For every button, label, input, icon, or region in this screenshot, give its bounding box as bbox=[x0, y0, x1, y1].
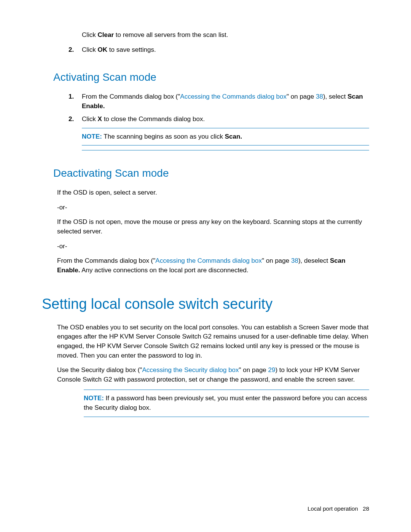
footer-page-number: 28 bbox=[363, 505, 369, 512]
footer-section: Local port operation bbox=[307, 505, 358, 512]
link-text[interactable]: Accessing the Commands dialog box bbox=[155, 257, 262, 264]
text: If a password has been previously set, y… bbox=[84, 395, 367, 411]
paragraph: If the OSD is not open, move the mouse o… bbox=[57, 217, 369, 236]
link-text[interactable]: Accessing the Security dialog box bbox=[142, 366, 239, 374]
note-box: NOTE: The scanning begins as soon as you… bbox=[82, 128, 369, 146]
list-number: 2. bbox=[68, 115, 74, 124]
divider bbox=[82, 150, 369, 150]
heading-security: Setting local console switch security bbox=[42, 294, 369, 315]
paragraph: From the Commands dialog box ("Accessing… bbox=[57, 256, 369, 275]
paragraph: The OSD enables you to set security on t… bbox=[57, 323, 369, 361]
heading-activating: Activating Scan mode bbox=[53, 70, 369, 85]
text: Click bbox=[82, 31, 98, 38]
text: to save settings. bbox=[107, 46, 156, 53]
text: From the Commands dialog box (" bbox=[82, 93, 180, 100]
note-label: NOTE: bbox=[82, 133, 102, 140]
link-page[interactable]: 38 bbox=[291, 257, 298, 264]
note-box: NOTE: If a password has been previously … bbox=[84, 390, 369, 417]
list-number: 2. bbox=[68, 45, 74, 55]
text: From the Commands dialog box (" bbox=[57, 257, 155, 264]
text: " on page bbox=[239, 366, 268, 374]
paragraph: Use the Security dialog box ("Accessing … bbox=[57, 366, 369, 384]
note-label: NOTE: bbox=[84, 395, 104, 402]
text: to close the Commands dialog box. bbox=[102, 115, 205, 123]
document-page: Click Clear to remove all servers from t… bbox=[0, 0, 411, 435]
bold-text: Clear bbox=[98, 31, 114, 38]
bold-text: Scan. bbox=[225, 133, 242, 140]
list-number: 1. bbox=[68, 92, 74, 102]
text: " on page bbox=[262, 257, 291, 264]
text: ), deselect bbox=[298, 257, 330, 264]
text: Use the Security dialog box (" bbox=[57, 366, 142, 374]
text: " on page bbox=[287, 93, 316, 100]
text: Click bbox=[82, 115, 98, 123]
heading-deactivating: Deactivating Scan mode bbox=[53, 166, 369, 181]
list-item: 2. Click X to close the Commands dialog … bbox=[68, 115, 369, 124]
bold-text: OK bbox=[98, 46, 108, 53]
text: Any active connections on the local port… bbox=[80, 267, 248, 274]
list-item: 1. From the Commands dialog box ("Access… bbox=[68, 92, 369, 111]
text: to remove all servers from the scan list… bbox=[114, 31, 228, 38]
intro-line: Click Clear to remove all servers from t… bbox=[68, 30, 369, 40]
or-separator: -or- bbox=[57, 203, 369, 212]
link-page[interactable]: 38 bbox=[316, 93, 323, 100]
activating-list: 1. From the Commands dialog box ("Access… bbox=[68, 92, 369, 124]
intro-list: 2. Click OK to save settings. bbox=[68, 45, 369, 55]
security-body: The OSD enables you to set security on t… bbox=[42, 323, 369, 417]
or-separator: -or- bbox=[57, 242, 369, 251]
text: The scanning begins as soon as you click bbox=[102, 133, 225, 140]
intro-section: Click Clear to remove all servers from t… bbox=[42, 30, 369, 181]
link-text[interactable]: Accessing the Commands dialog box bbox=[180, 93, 287, 100]
page-footer: Local port operation 28 bbox=[307, 505, 369, 513]
list-item: 2. Click OK to save settings. bbox=[68, 45, 369, 55]
text: ), select bbox=[323, 93, 347, 100]
text: Click bbox=[82, 46, 98, 53]
deactivating-body: If the OSD is open, select a server. -or… bbox=[42, 188, 369, 275]
link-page[interactable]: 29 bbox=[268, 366, 276, 374]
security-section: Setting local console switch security bbox=[42, 294, 369, 315]
paragraph: If the OSD is open, select a server. bbox=[57, 188, 369, 198]
bold-text: X bbox=[98, 115, 102, 123]
